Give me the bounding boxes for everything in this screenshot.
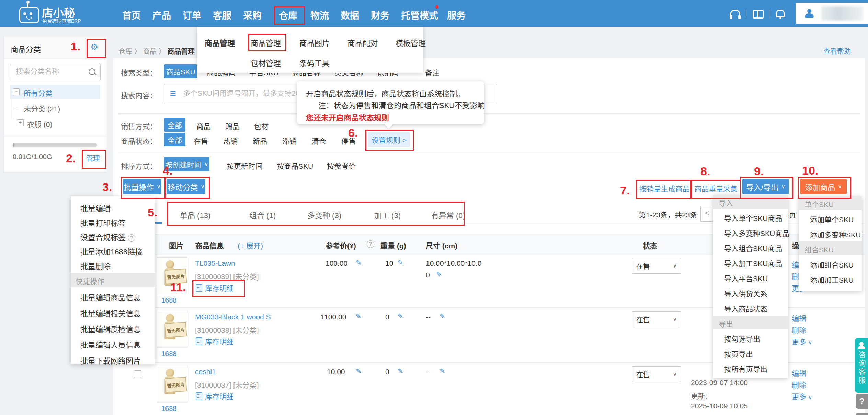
row2-delete-link[interactable]: 删除 xyxy=(792,324,806,335)
bell-icon[interactable] xyxy=(776,10,785,17)
edit-price-icon[interactable]: ✎ xyxy=(356,259,362,267)
row1-status-select[interactable]: 在售∨ xyxy=(632,258,681,274)
batch-edit-product-info[interactable]: 批量编辑商品信息 xyxy=(80,292,141,303)
sale-mode-all[interactable]: 全部 xyxy=(164,118,185,132)
import-supply-relation[interactable]: 导入供货关系 xyxy=(724,288,767,298)
edit-price-icon[interactable]: ✎ xyxy=(356,367,362,375)
search-type-selected[interactable]: 商品SKU xyxy=(164,64,197,78)
tab-single[interactable]: 单品 (13) xyxy=(180,209,210,220)
edit-weight-icon[interactable]: ✎ xyxy=(398,312,403,320)
import-process-sku[interactable]: 导入加工SKU商品 xyxy=(724,258,782,268)
import-export-button[interactable]: 导入/导出 xyxy=(742,179,789,194)
add-single-sku[interactable]: 添加单个SKU xyxy=(810,214,854,224)
nav-item-warehouse[interactable]: 仓库 xyxy=(279,8,297,22)
row3-stock-detail-link[interactable]: 库存明细 xyxy=(196,391,234,401)
search-icon[interactable] xyxy=(89,68,95,75)
batch-add-1688[interactable]: 批量添加1688链接 xyxy=(80,246,142,257)
batch-edit-staff-info[interactable]: 批量编辑人员信息 xyxy=(80,339,141,350)
batch-print-label[interactable]: 批量打印标签 xyxy=(80,217,126,228)
tree-clothes[interactable]: 衣服 (0) xyxy=(27,119,53,129)
sort-by-sku[interactable]: 按商品SKU xyxy=(277,161,313,171)
menu-item-product-manage[interactable]: 商品管理 xyxy=(251,37,281,48)
collapse-icon[interactable]: − xyxy=(13,88,20,95)
storage-manage-link[interactable]: 管理 xyxy=(86,153,100,163)
nav-item-product[interactable]: 产品 xyxy=(152,8,171,22)
edit-weight-icon[interactable]: ✎ xyxy=(398,259,403,267)
sort-by-price[interactable]: 按参考价 xyxy=(327,161,356,171)
tree-uncategorized[interactable]: 未分类 (21) xyxy=(24,103,60,114)
sale-mode-gift[interactable]: 赠品 xyxy=(225,121,240,131)
menu-item-product-pair[interactable]: 商品配对 xyxy=(347,37,378,48)
import-variant-sku[interactable]: 导入多变种SKU商品 xyxy=(724,228,789,238)
sort-by-updated[interactable]: 按更新时间 xyxy=(227,161,263,171)
nav-item-hosting[interactable]: 托管模式 xyxy=(401,8,438,22)
nav-item-home[interactable]: 首页 xyxy=(122,8,141,22)
generate-by-sales-link[interactable]: 按销量生成商品 xyxy=(639,183,690,193)
move-category-button[interactable]: 移动分类 xyxy=(167,179,205,194)
row3-status-select[interactable]: 在售∨ xyxy=(632,366,681,382)
tree-row-all[interactable]: − 所有分类 xyxy=(10,85,100,99)
status-rule-link[interactable]: 设置规则 > xyxy=(368,132,410,147)
weight-collect-link[interactable]: 商品重量采集 xyxy=(694,183,738,193)
import-combo-sku[interactable]: 导入组合SKU商品 xyxy=(724,243,782,253)
edit-size-icon[interactable]: ✎ xyxy=(439,367,445,375)
row3-product-image[interactable]: 暂无图片 xyxy=(157,366,187,403)
customer-service-button[interactable]: 咨询客服 xyxy=(855,338,868,393)
status-hot[interactable]: 热销 xyxy=(223,135,238,146)
expand-icon[interactable]: + xyxy=(17,119,24,126)
batch-edit-qc-info[interactable]: 批量编辑质检信息 xyxy=(80,323,141,334)
row2-status-select[interactable]: 在售∨ xyxy=(632,311,681,327)
row1-stock-detail-link[interactable]: 库存明细 xyxy=(196,283,234,293)
import-platform-sku[interactable]: 导入平台SKU xyxy=(724,273,768,283)
batch-edit-customs-info[interactable]: 批量编辑报关信息 xyxy=(80,307,141,318)
add-product-button[interactable]: 添加商品 xyxy=(800,179,847,194)
edit-size-icon[interactable]: ✎ xyxy=(436,270,442,278)
float-button-partial[interactable] xyxy=(856,413,868,415)
expand-link[interactable]: (+ 展开) xyxy=(238,240,263,250)
tab-variant[interactable]: 多变种 (3) xyxy=(307,209,341,220)
menu-item-barcode-tool[interactable]: 条码工具 xyxy=(299,57,330,68)
status-onsale[interactable]: 在售 xyxy=(194,135,208,146)
menu-item-template-manage[interactable]: 模板管理 xyxy=(396,37,426,48)
export-all-pages[interactable]: 按所有页导出 xyxy=(724,364,767,374)
row1-product-name[interactable]: TL035-Lawn xyxy=(195,259,235,268)
batch-compliance-label[interactable]: 设置合规标签? xyxy=(80,231,135,242)
nav-item-order[interactable]: 订单 xyxy=(183,8,201,22)
sale-mode-packing[interactable]: 包材 xyxy=(254,121,269,131)
menu-item-product-image[interactable]: 商品图片 xyxy=(299,37,330,48)
row3-edit-link[interactable]: 编辑 xyxy=(792,368,806,378)
import-single-sku[interactable]: 导入单个SKU商品 xyxy=(724,213,782,223)
row2-stock-detail-link[interactable]: 库存明细 xyxy=(196,336,234,346)
batch-delete[interactable]: 批量删除 xyxy=(80,260,111,271)
row3-delete-link[interactable]: 删除 xyxy=(792,379,806,390)
edit-size-icon[interactable]: ✎ xyxy=(439,312,445,320)
batch-operation-button[interactable]: 批量操作 xyxy=(123,179,161,194)
tab-combo[interactable]: 组合 (1) xyxy=(249,209,276,220)
nav-item-data[interactable]: 数据 xyxy=(341,8,359,22)
add-process-sku[interactable]: 添加加工SKU xyxy=(810,274,854,285)
view-help-link[interactable]: 查看帮助 xyxy=(823,46,851,56)
row2-more-link[interactable]: 更多 xyxy=(792,336,812,346)
tree-all-categories[interactable]: 所有分类 xyxy=(24,87,53,98)
status-new[interactable]: 新品 xyxy=(253,135,267,146)
tab-abnormal[interactable]: 有异常 (0) xyxy=(431,209,465,220)
row3-product-name[interactable]: ceshi1 xyxy=(195,368,216,376)
headset-icon[interactable] xyxy=(730,10,740,16)
status-slow[interactable]: 滞销 xyxy=(282,135,297,146)
export-by-page[interactable]: 按页导出 xyxy=(724,348,753,359)
import-product-status[interactable]: 导入商品状态 xyxy=(724,303,767,313)
status-all[interactable]: 全部 xyxy=(164,133,185,146)
nav-item-services[interactable]: 服务 xyxy=(447,8,466,22)
category-search-box[interactable] xyxy=(10,64,101,80)
nav-item-service[interactable]: 客服 xyxy=(213,8,231,22)
multi-sku-filter-icon[interactable]: ☰ xyxy=(170,90,176,98)
batch-edit[interactable]: 批量编辑 xyxy=(80,202,111,213)
help-float-button[interactable]: ? xyxy=(856,394,868,409)
sale-mode-product[interactable]: 商品 xyxy=(196,121,211,131)
row2-1688-link[interactable]: 1688 xyxy=(161,350,177,358)
row2-edit-link[interactable]: 编辑 xyxy=(792,313,806,323)
breadcrumb-product[interactable]: 商品 xyxy=(143,48,157,55)
menu-item-packing-manage[interactable]: 包材管理 xyxy=(251,57,281,68)
edit-price-icon[interactable]: ✎ xyxy=(356,312,362,320)
row2-product-name[interactable]: MG033-Black 1 wood S xyxy=(195,313,271,321)
